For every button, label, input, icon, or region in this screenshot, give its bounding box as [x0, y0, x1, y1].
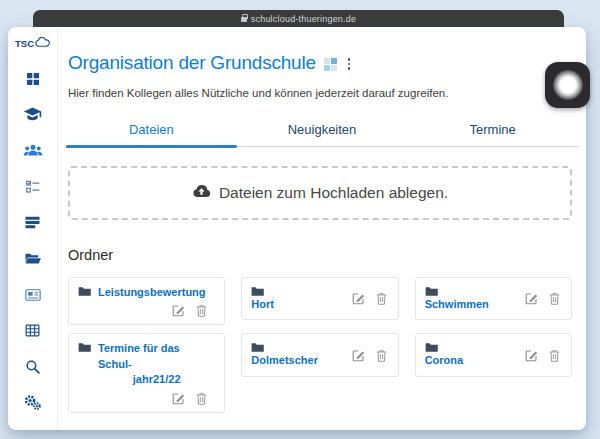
folder-card: Termine für das Schul- jahr21/22	[68, 333, 225, 412]
edit-icon[interactable]	[352, 292, 365, 305]
trash-icon[interactable]	[196, 392, 207, 405]
folder-card: Schwimmen	[415, 277, 572, 320]
app-logo[interactable]: TSC	[15, 34, 50, 52]
folder-name[interactable]: Leistungsbewertung	[98, 286, 206, 298]
edit-icon[interactable]	[172, 304, 185, 317]
edit-icon[interactable]	[172, 392, 185, 405]
folder-name[interactable]: Dolmetscher	[251, 354, 318, 366]
courses-list-icon[interactable]	[22, 212, 43, 233]
titlebar-domain: schulcloud-thueringen.de	[251, 14, 356, 24]
teams-users-icon[interactable]	[22, 140, 43, 161]
browser-window: TSC	[8, 27, 586, 430]
edit-icon[interactable]	[525, 349, 538, 362]
dashboard-grid-icon[interactable]	[22, 68, 43, 89]
logo-text: TSC	[15, 38, 34, 49]
folder-name[interactable]: Schwimmen	[425, 298, 489, 310]
folder-name2[interactable]: jahr21/22	[98, 372, 215, 387]
browser-titlebar: schulcloud-thueringen.de	[33, 10, 564, 27]
folder-name[interactable]: Hort	[251, 298, 274, 310]
folder-icon	[251, 342, 318, 353]
sidebar-nav	[22, 68, 43, 413]
lock-icon	[241, 17, 247, 22]
courses-graduation-cap-icon[interactable]	[22, 104, 43, 125]
tasks-checklist-icon[interactable]	[22, 176, 43, 197]
page-title: Organisation der Grundschule	[68, 52, 316, 74]
folder-actions	[78, 392, 215, 405]
calendar-table-icon[interactable]	[22, 320, 43, 341]
folder-icon	[78, 286, 91, 297]
trash-icon[interactable]	[376, 292, 387, 305]
kebab-menu-icon[interactable]	[345, 56, 354, 72]
files-folder-icon[interactable]	[22, 248, 43, 269]
trash-icon[interactable]	[196, 304, 207, 317]
folder-card: Hort	[241, 277, 398, 320]
trash-icon[interactable]	[549, 349, 560, 362]
title-badge-icon	[324, 58, 337, 71]
folder-icon	[425, 286, 489, 297]
logo-cloud-icon	[35, 34, 50, 52]
record-dot-icon	[553, 70, 583, 100]
search-icon[interactable]	[22, 356, 43, 377]
folder-icon	[425, 342, 464, 353]
edit-icon[interactable]	[352, 349, 365, 362]
trash-icon[interactable]	[376, 349, 387, 362]
folder-icon	[78, 342, 91, 353]
folder-actions	[352, 349, 389, 362]
folder-card: Dolmetscher	[241, 333, 398, 376]
news-newspaper-icon[interactable]	[22, 284, 43, 305]
edit-icon[interactable]	[525, 292, 538, 305]
sidebar: TSC	[8, 27, 58, 430]
file-dropzone[interactable]: Dateien zum Hochladen ablegen.	[68, 166, 572, 220]
folder-icon	[251, 286, 274, 297]
tab-termine[interactable]: Termine	[407, 114, 578, 146]
dropzone-label: Dateien zum Hochladen ablegen.	[219, 184, 448, 202]
folder-name[interactable]: Termine für das Schul-	[98, 342, 180, 369]
folder-actions	[525, 292, 562, 305]
folders-heading: Ordner	[68, 247, 578, 263]
main-content: Organisation der Grundschule Hier finden…	[58, 27, 586, 430]
record-button[interactable]	[545, 62, 590, 108]
tab-neuigkeiten[interactable]: Neuigkeiten	[237, 114, 408, 146]
tab-bar: Dateien Neuigkeiten Termine	[66, 114, 578, 147]
cloud-upload-icon	[192, 183, 211, 203]
folder-card: Corona	[415, 333, 572, 376]
trash-icon[interactable]	[549, 292, 560, 305]
tab-dateien[interactable]: Dateien	[66, 114, 237, 146]
settings-gears-icon[interactable]	[22, 392, 43, 413]
folder-actions	[525, 349, 562, 362]
folder-card: Leistungsbewertung	[68, 277, 225, 325]
page-description: Hier finden Kollegen alles Nützliche und…	[68, 87, 578, 99]
folder-actions	[78, 304, 215, 317]
folder-actions	[352, 292, 389, 305]
folder-name[interactable]: Corona	[425, 354, 464, 366]
folders-grid: Leistungsbewertung Hort	[68, 277, 572, 413]
